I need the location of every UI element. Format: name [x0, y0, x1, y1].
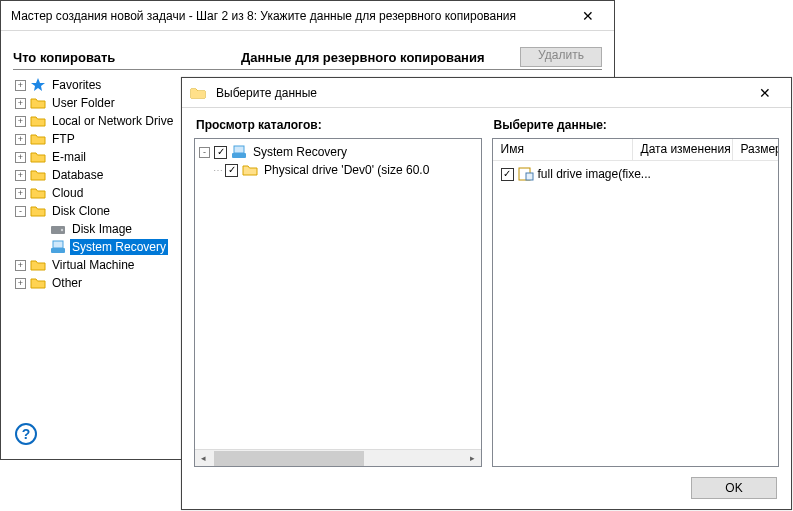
catalog-row-child[interactable]: ⋯ Physical drive 'Dev0' (size 60.0 [199, 161, 477, 179]
folder-icon [30, 257, 46, 273]
backup-data-header: Данные для резервного копирования [241, 50, 512, 65]
svg-rect-4 [53, 241, 63, 248]
expand-toggle[interactable]: + [15, 278, 26, 289]
expand-toggle[interactable]: + [15, 116, 26, 127]
tree-item-label: Database [50, 167, 105, 183]
delete-button[interactable]: Удалить [520, 47, 602, 67]
dialog-buttons: OK [194, 467, 779, 501]
folder-icon [30, 149, 46, 165]
expand-toggle[interactable]: - [199, 147, 210, 158]
catalog-root-label: System Recovery [251, 144, 349, 160]
folder-icon [30, 113, 46, 129]
checkbox[interactable] [501, 168, 514, 181]
expand-toggle[interactable]: + [15, 188, 26, 199]
tree-item-label: Favorites [50, 77, 103, 93]
catalog-row-root[interactable]: - System Recovery [199, 143, 477, 161]
tree-connector: ⋯ [213, 165, 223, 176]
dialog-title: Выберите данные [216, 86, 317, 100]
files-title: Выберите данные: [492, 118, 780, 138]
svg-rect-8 [526, 173, 533, 180]
hscrollbar[interactable]: ◂ ▸ [195, 449, 481, 466]
headers-row: Что копировать Данные для резервного коп… [13, 47, 602, 70]
svg-rect-5 [232, 153, 246, 158]
star-icon [30, 77, 46, 93]
recovery-icon [50, 239, 66, 255]
expand-toggle[interactable]: + [15, 98, 26, 109]
catalog-body[interactable]: - System Recovery ⋯ [195, 139, 481, 449]
scroll-left-icon[interactable]: ◂ [195, 450, 212, 467]
folder-icon [30, 167, 46, 183]
close-icon[interactable]: ✕ [568, 2, 608, 30]
folder-icon [30, 275, 46, 291]
folder-icon [30, 185, 46, 201]
backup-data-header-wrap: Данные для резервного копирования Удалит… [241, 47, 602, 70]
expand-toggle[interactable]: + [15, 80, 26, 91]
col-date[interactable]: Дата изменения [633, 139, 733, 160]
disk-icon [50, 221, 66, 237]
dialog-content: Просмотр каталогов: - System Recovery [182, 108, 791, 509]
tree-item-label: Local or Network Drive [50, 113, 175, 129]
files-pane: Выберите данные: Имя Дата изменения Разм… [492, 118, 780, 467]
expand-toggle[interactable]: + [15, 260, 26, 271]
file-label: full drive image(fixe... [538, 167, 651, 181]
scroll-thumb[interactable] [214, 451, 364, 466]
expand-toggle[interactable]: + [15, 152, 26, 163]
tree-item-label: FTP [50, 131, 77, 147]
select-data-dialog: Выберите данные ✕ Просмотр каталогов: - [181, 77, 792, 510]
svg-rect-3 [51, 248, 65, 253]
tree-item-label: E-mail [50, 149, 88, 165]
tree-item-label: Virtual Machine [50, 257, 137, 273]
files-body[interactable]: full drive image(fixe... [493, 161, 779, 466]
recovery-icon [231, 144, 247, 160]
tree-item-label: Disk Clone [50, 203, 112, 219]
folder-icon [30, 131, 46, 147]
catalog-pane: Просмотр каталогов: - System Recovery [194, 118, 482, 467]
folder-icon [30, 203, 46, 219]
catalog-title: Просмотр каталогов: [194, 118, 482, 138]
wizard-titlebar: Мастер создания новой задачи - Шаг 2 из … [1, 1, 614, 31]
list-item[interactable]: full drive image(fixe... [497, 165, 775, 183]
ok-button[interactable]: OK [691, 477, 777, 499]
wizard-title: Мастер создания новой задачи - Шаг 2 из … [11, 9, 568, 23]
help-icon[interactable]: ? [15, 423, 37, 445]
col-size[interactable]: Размер [733, 139, 779, 160]
scroll-right-icon[interactable]: ▸ [464, 450, 481, 467]
checkbox[interactable] [214, 146, 227, 159]
folder-open-icon [190, 85, 206, 101]
col-name[interactable]: Имя [493, 139, 633, 160]
dialog-titlebar: Выберите данные ✕ [182, 78, 791, 108]
expand-toggle[interactable]: + [15, 170, 26, 181]
catalog-child-label: Physical drive 'Dev0' (size 60.0 [262, 162, 431, 178]
svg-point-2 [61, 229, 63, 231]
what-to-copy-header: Что копировать [13, 50, 241, 70]
folder-icon [30, 95, 46, 111]
svg-marker-0 [31, 78, 45, 91]
folder-icon [242, 162, 258, 178]
expand-toggle[interactable]: - [15, 206, 26, 217]
tree-item-label: Cloud [50, 185, 85, 201]
files-box: Имя Дата изменения Размер full drive ima… [492, 138, 780, 467]
catalog-box: - System Recovery ⋯ [194, 138, 482, 467]
svg-rect-6 [234, 146, 244, 153]
expand-toggle[interactable]: + [15, 134, 26, 145]
tree-item-label: Other [50, 275, 84, 291]
dialog-title-wrap: Выберите данные [190, 85, 745, 101]
tree-item-label: Disk Image [70, 221, 134, 237]
panes: Просмотр каталогов: - System Recovery [194, 118, 779, 467]
drive-image-icon [518, 166, 534, 182]
tree-item-label: User Folder [50, 95, 117, 111]
dialog-close-icon[interactable]: ✕ [745, 79, 785, 107]
tree-item-label: System Recovery [70, 239, 168, 255]
list-header[interactable]: Имя Дата изменения Размер [493, 139, 779, 161]
checkbox[interactable] [225, 164, 238, 177]
